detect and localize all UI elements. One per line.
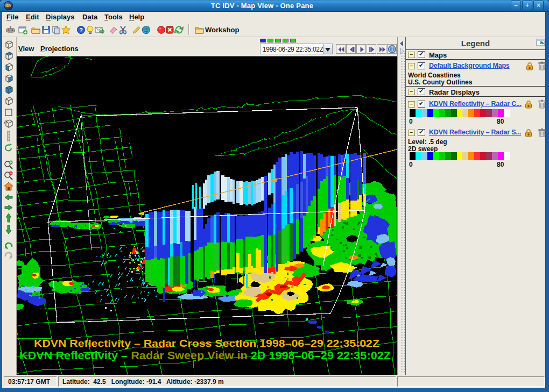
svg-text:i: i [391, 47, 393, 52]
svg-text:KDVN Reflectivity – Radar Cros: KDVN Reflectivity – Radar Cross Section … [34, 338, 379, 349]
svg-text:?: ? [79, 27, 83, 33]
svg-text:KDVN Reflectivity – Radar Swee: KDVN Reflectivity – Radar Sweep View in … [19, 350, 391, 361]
